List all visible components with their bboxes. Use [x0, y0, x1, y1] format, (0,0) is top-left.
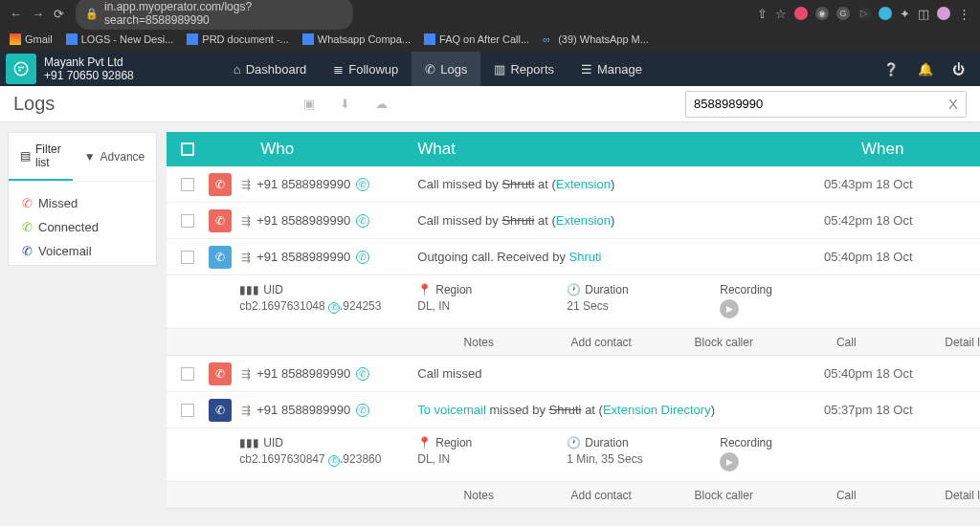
table-row[interactable]: ✆⇶+91 8588989990✆To voicemail missed by …: [167, 392, 980, 428]
bell-icon[interactable]: 🔔: [918, 62, 933, 77]
hierarchy-icon: ⇶: [241, 178, 251, 191]
nav-followup[interactable]: ≣Followup: [320, 52, 412, 86]
search-box[interactable]: X: [685, 91, 967, 118]
call-description: To voicemail missed by Shruti at (Extens…: [417, 403, 735, 417]
tab-advance[interactable]: ▼Advance: [73, 133, 157, 181]
nav-dashboard[interactable]: ⌂Dashboard: [220, 52, 320, 86]
bookmark-gmail[interactable]: Gmail: [10, 33, 53, 45]
star-icon[interactable]: ☆: [775, 7, 787, 21]
lock-icon: 🔒: [85, 8, 99, 20]
caller-number: +91 8588989990: [256, 366, 350, 381]
table-row[interactable]: ✆⇶+91 8588989990✆Call missed by Shruti a…: [167, 203, 980, 239]
action-block-caller[interactable]: Block caller: [662, 336, 785, 349]
action-detail-log[interactable]: Detail log: [907, 489, 980, 502]
subbar: Logs ▣ ⬇ ☁ X: [0, 86, 980, 122]
forward-icon[interactable]: →: [32, 7, 44, 21]
bookmark-meta[interactable]: ∞(39) WhatsApp M...: [543, 33, 649, 45]
hierarchy-icon: ⇶: [241, 214, 251, 228]
back-icon[interactable]: ←: [10, 7, 22, 21]
row-actions: NotesAdd contactBlock callerCallDetail l…: [167, 482, 980, 509]
menu-icon: ☰: [581, 62, 592, 77]
pin-icon: 📍: [417, 436, 432, 449]
action-notes[interactable]: Notes: [417, 489, 540, 502]
whatsapp-icon[interactable]: ✆: [356, 404, 369, 417]
whatsapp-icon[interactable]: ✆: [356, 178, 369, 191]
filter-voicemail[interactable]: ✆Voicemail: [22, 239, 143, 263]
hierarchy-icon: ⇶: [241, 367, 251, 381]
phone-icon: ✆: [22, 244, 33, 258]
row-checkbox[interactable]: [181, 178, 194, 191]
nav-reports[interactable]: ▥Reports: [480, 52, 568, 86]
phone-icon: ✆: [328, 302, 340, 314]
ext-icon-2[interactable]: ◉: [815, 7, 829, 20]
bookmark-wa[interactable]: Whatsapp Compa...: [302, 33, 411, 45]
bookmark-faq[interactable]: FAQ on After Call...: [424, 33, 529, 45]
filter-connected[interactable]: ✆Connected: [22, 215, 143, 239]
whatsapp-icon[interactable]: ✆: [356, 214, 369, 228]
download-icon[interactable]: ⬇: [340, 97, 350, 111]
help-icon[interactable]: ❔: [883, 62, 899, 77]
power-icon[interactable]: ⏻: [952, 62, 965, 77]
chart-icon: ▥: [494, 62, 505, 77]
play-icon[interactable]: ▶: [720, 299, 739, 318]
profile-avatar[interactable]: [937, 7, 950, 20]
browser-toolbar: ← → ⟳ 🔒 in.app.myoperator.com/logs?searc…: [0, 0, 980, 27]
ext-icon-1[interactable]: [794, 7, 808, 20]
select-all-checkbox[interactable]: [181, 142, 194, 156]
extensions-icon[interactable]: ✦: [900, 7, 910, 21]
row-checkbox[interactable]: [181, 251, 194, 264]
action-block-caller[interactable]: Block caller: [662, 489, 785, 502]
window-icon[interactable]: ◫: [918, 7, 929, 21]
clear-search-icon[interactable]: X: [948, 96, 958, 112]
action-detail-log[interactable]: Detail log: [907, 336, 980, 349]
ext-icon-3[interactable]: G: [836, 7, 850, 20]
table-row[interactable]: ✆⇶+91 8588989990✆Call missed05:40pm 18 O…: [167, 356, 980, 392]
reload-icon[interactable]: ⟳: [54, 7, 64, 21]
action-notes[interactable]: Notes: [417, 336, 540, 349]
call-description: Call missed by Shruti at (Extension): [417, 177, 735, 191]
row-actions: NotesAdd contactBlock callerCallDetail l…: [167, 329, 980, 356]
bookmark-logs[interactable]: LOGS - New Desi...: [66, 33, 174, 45]
action-add-contact[interactable]: Add contact: [540, 336, 662, 349]
bookmark-prd[interactable]: PRD document -...: [187, 33, 288, 45]
page-title: Logs: [13, 93, 55, 115]
ext-icon-5[interactable]: [879, 7, 892, 20]
action-call[interactable]: Call: [785, 489, 907, 502]
caller-number: +91 8588989990: [256, 403, 350, 417]
whatsapp-icon[interactable]: ✆: [356, 367, 369, 381]
call-time: 05:40pm 18 Oct: [735, 366, 980, 381]
row-checkbox[interactable]: [181, 214, 194, 228]
menu-icon[interactable]: ⋮: [958, 7, 970, 21]
cloud-icon[interactable]: ☁: [375, 97, 388, 111]
whatsapp-icon[interactable]: ✆: [356, 251, 369, 264]
funnel-icon: ▼: [84, 150, 96, 164]
filter-missed[interactable]: ✆Missed: [22, 191, 143, 215]
play-icon[interactable]: ▶: [720, 452, 739, 471]
call-time: 05:42pm 18 Oct: [735, 213, 980, 228]
nav-logs[interactable]: ✆Logs: [412, 52, 480, 86]
col-what: What: [417, 140, 735, 159]
col-when: When: [735, 140, 980, 159]
phone-icon: ✆: [328, 455, 340, 467]
row-checkbox[interactable]: [181, 404, 194, 417]
call-time: 05:37pm 18 Oct: [735, 403, 980, 417]
call-type-icon: ✆: [209, 246, 232, 269]
tab-filter-list[interactable]: ▤Filter list: [9, 133, 73, 181]
table-row[interactable]: ✆⇶+91 8588989990✆Outgoing call. Received…: [167, 239, 980, 275]
phone-icon: ✆: [425, 62, 435, 77]
action-call[interactable]: Call: [785, 336, 907, 349]
share-icon[interactable]: ⇧: [757, 7, 768, 21]
archive-icon[interactable]: ▣: [303, 97, 315, 111]
call-time: 05:40pm 18 Oct: [735, 250, 980, 264]
log-table: Who What When ✆⇶+91 8588989990✆Call miss…: [167, 132, 980, 509]
nav-manage[interactable]: ☰Manage: [568, 52, 656, 86]
ext-icon-4[interactable]: ▷: [858, 7, 871, 20]
caller-number: +91 8588989990: [256, 177, 350, 191]
app-logo[interactable]: [6, 54, 36, 84]
action-add-contact[interactable]: Add contact: [540, 489, 662, 502]
search-input[interactable]: [694, 97, 948, 111]
url-bar[interactable]: 🔒 in.app.myoperator.com/logs?search=8588…: [76, 0, 353, 30]
row-checkbox[interactable]: [181, 367, 194, 381]
url-text: in.app.myoperator.com/logs?search=858898…: [104, 0, 344, 27]
table-row[interactable]: ✆⇶+91 8588989990✆Call missed by Shruti a…: [167, 166, 980, 203]
